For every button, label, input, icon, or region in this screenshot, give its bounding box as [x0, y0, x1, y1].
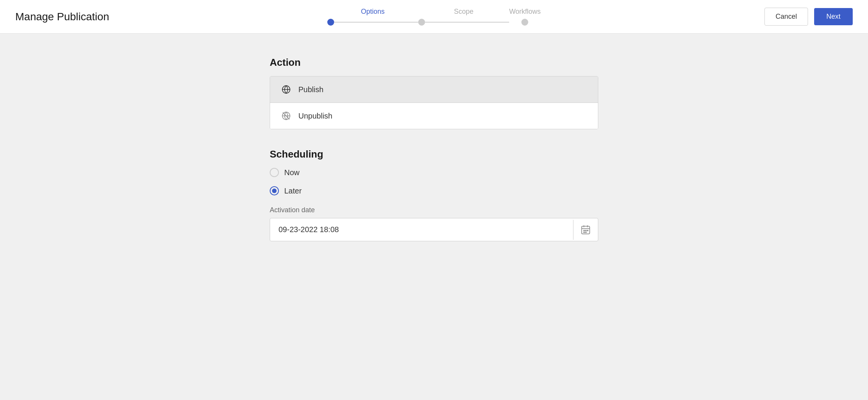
svg-rect-8 — [585, 230, 587, 231]
page-title: Manage Publication — [15, 11, 109, 23]
svg-rect-11 — [585, 231, 587, 233]
globe-icon — [281, 84, 291, 95]
radio-now-outer — [270, 168, 279, 177]
radio-now[interactable]: Now — [270, 168, 598, 177]
step-workflows-label: Workflows — [509, 8, 541, 16]
activation-date-label: Activation date — [270, 206, 598, 214]
activation-date-input[interactable] — [270, 218, 573, 241]
radio-now-label: Now — [284, 168, 300, 177]
globe-off-icon — [281, 111, 291, 121]
main-content: Action Publish — [0, 34, 868, 264]
action-section-title: Action — [270, 57, 598, 68]
step-options-label: Options — [361, 8, 385, 16]
step-scope: Scope — [418, 8, 509, 26]
radio-later-label: Later — [284, 187, 302, 195]
step-scope-circle — [418, 19, 425, 26]
action-publish-label: Publish — [298, 85, 324, 94]
calendar-icon — [580, 224, 591, 235]
svg-rect-9 — [587, 230, 589, 231]
action-section: Action Publish — [270, 57, 598, 129]
scheduling-section: Scheduling Now Later Activation date — [270, 148, 598, 241]
action-item-unpublish[interactable]: Unpublish — [270, 103, 598, 129]
step-workflows: Workflows — [509, 8, 541, 26]
header: Manage Publication Options Scope Workflo… — [0, 0, 868, 34]
next-button[interactable]: Next — [814, 8, 853, 25]
header-actions: Cancel Next — [764, 8, 853, 26]
scheduling-radio-group: Now Later — [270, 168, 598, 195]
step-line-2 — [425, 22, 509, 23]
cancel-button[interactable]: Cancel — [764, 8, 808, 26]
step-options-circle — [327, 19, 334, 26]
content-inner: Action Publish — [270, 57, 598, 241]
action-list: Publish Unpublish — [270, 76, 598, 129]
action-unpublish-label: Unpublish — [298, 112, 332, 120]
scheduling-section-title: Scheduling — [270, 148, 598, 160]
svg-rect-10 — [583, 231, 585, 233]
date-input-wrapper — [270, 218, 598, 241]
calendar-button[interactable] — [573, 220, 598, 240]
radio-later-outer — [270, 186, 279, 195]
svg-rect-7 — [583, 230, 585, 231]
radio-later-inner — [272, 189, 277, 193]
stepper: Options Scope Workflows — [327, 8, 541, 26]
action-item-publish[interactable]: Publish — [270, 76, 598, 103]
step-workflows-circle — [521, 19, 528, 26]
step-line-1 — [334, 22, 418, 23]
radio-later[interactable]: Later — [270, 186, 598, 195]
step-options: Options — [327, 8, 418, 26]
step-scope-label: Scope — [454, 8, 473, 16]
